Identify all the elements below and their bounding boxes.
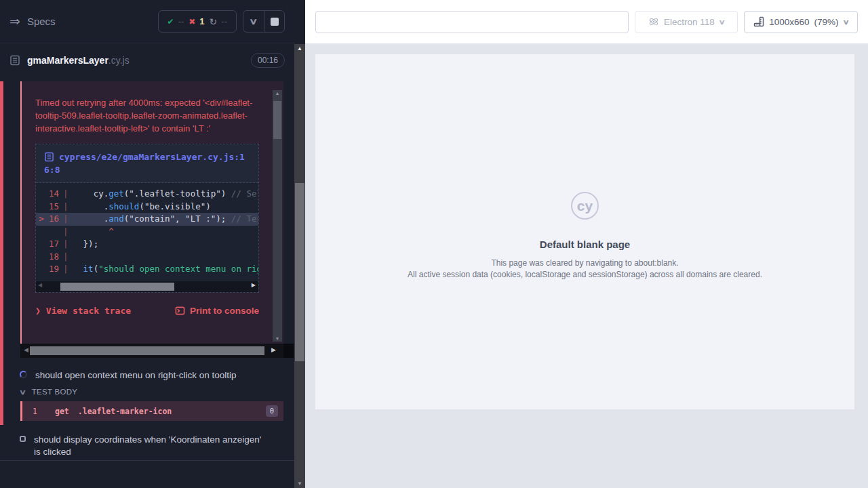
collapse-all-button[interactable]: ∨ bbox=[243, 11, 264, 32]
chevron-down-icon: ∨ bbox=[249, 16, 258, 26]
ruler-icon bbox=[753, 16, 764, 27]
spec-row[interactable]: gmaMarkersLayer.cy.js 00:16 bbox=[0, 44, 294, 77]
yielded-count-badge: 0 bbox=[266, 405, 278, 417]
code-line: 14| cy.get(".leaflet-tooltip") // Sele bbox=[36, 188, 258, 201]
command-log-row[interactable]: 1 get .leaflet-marker-icon 0 bbox=[20, 401, 283, 421]
code-line: 15| .should("be.visible") bbox=[36, 201, 258, 214]
chevron-down-icon: ∨ bbox=[718, 18, 725, 26]
failed-count: 1 bbox=[199, 16, 204, 26]
scrollbar-thumb[interactable] bbox=[295, 183, 304, 361]
spec-name-ext: .cy.js bbox=[108, 55, 130, 66]
run-controls: ∨ bbox=[243, 10, 285, 33]
blank-page-line2: All active session data (cookies, localS… bbox=[408, 269, 762, 281]
spec-timer-badge: 00:16 bbox=[251, 53, 285, 68]
cypress-logo-text: cy bbox=[577, 198, 593, 214]
header-controls: ✔ -- ✖ 1 ↻ -- ∨ bbox=[158, 10, 285, 33]
scrollbar-corner bbox=[283, 344, 294, 358]
spec-name: gmaMarkersLayer.cy.js bbox=[27, 55, 130, 66]
scroll-right-arrow-icon[interactable]: ▶ bbox=[271, 346, 276, 353]
code-frame-file-link[interactable]: cypress/e2e/gmaMarkersLayer.cy.js:16:8 bbox=[44, 152, 245, 175]
scroll-left-arrow-icon[interactable]: ◀ bbox=[38, 282, 42, 288]
stop-run-button[interactable] bbox=[264, 11, 284, 32]
scrollbar-thumb[interactable] bbox=[30, 346, 264, 355]
chevron-down-icon: ∨ bbox=[19, 388, 26, 396]
code-line: >16| .and("contain", "LT :"); // Test bbox=[36, 213, 258, 226]
cypress-app: ⇒ Specs ✔ -- ✖ 1 ↻ -- bbox=[0, 0, 868, 488]
blank-page-line1: This page was cleared by navigating to a… bbox=[491, 258, 678, 269]
command-number: 1 bbox=[22, 407, 55, 416]
browser-selector-button[interactable]: Electron 118 ∨ bbox=[635, 11, 738, 33]
test-error-panel: Timed out retrying after 4000ms: expecte… bbox=[20, 81, 283, 344]
stat-passed: ✔ -- bbox=[167, 16, 184, 26]
scrollbar-thumb[interactable] bbox=[60, 283, 174, 291]
browser-toolbar: Electron 118 ∨ 1000x660 (79%) bbox=[305, 0, 868, 44]
specs-list-toggle-icon[interactable]: ⇒ bbox=[9, 15, 20, 28]
browser-label: Electron 118 bbox=[664, 17, 715, 27]
error-message: Timed out retrying after 4000ms: expecte… bbox=[35, 96, 255, 135]
code-lines: 14| cy.get(".leaflet-tooltip") // Sele 1… bbox=[36, 183, 258, 281]
scrollbar-thumb[interactable] bbox=[273, 101, 281, 139]
reporter-header: ⇒ Specs ✔ -- ✖ 1 ↻ -- bbox=[0, 0, 294, 43]
test-item-pending[interactable]: should display coordinates when 'Koordin… bbox=[0, 434, 283, 458]
terminal-icon bbox=[175, 306, 185, 316]
view-stack-trace-label: View stack trace bbox=[46, 306, 131, 316]
test-title: should open context menu on right-click … bbox=[35, 369, 236, 382]
stat-failed: ✖ 1 bbox=[189, 16, 204, 26]
scroll-down-arrow-icon[interactable]: ▼ bbox=[273, 336, 282, 341]
code-line: 17| }); bbox=[36, 238, 258, 251]
url-input[interactable] bbox=[315, 11, 629, 33]
divider bbox=[0, 460, 294, 461]
stat-pending: ↻ -- bbox=[210, 16, 227, 27]
electron-icon bbox=[648, 16, 659, 27]
running-spinner-icon bbox=[20, 371, 27, 378]
file-icon bbox=[44, 152, 54, 162]
view-stack-trace-link[interactable]: ❯View stack trace bbox=[35, 306, 131, 316]
viewport-info-button[interactable]: 1000x660 (79%) ∨ bbox=[744, 11, 858, 33]
error-vertical-scrollbar[interactable]: ▲ ▼ bbox=[273, 90, 282, 342]
x-icon: ✖ bbox=[189, 17, 195, 26]
code-frame: cypress/e2e/gmaMarkersLayer.cy.js:16:8 1… bbox=[35, 144, 259, 293]
code-line: | ^ bbox=[36, 226, 258, 239]
code-line: 19| it("should open context menu on righ bbox=[36, 263, 258, 276]
spec-name-bold: gmaMarkersLayer bbox=[27, 55, 108, 66]
print-to-console-button[interactable]: Print to console bbox=[175, 306, 259, 316]
error-actions: ❯View stack trace Print to console bbox=[35, 306, 259, 316]
scroll-up-arrow-icon[interactable]: ▲ bbox=[273, 91, 282, 96]
pending-square-icon bbox=[20, 436, 26, 442]
specs-title: Specs bbox=[27, 16, 56, 27]
check-icon: ✔ bbox=[167, 17, 174, 26]
chevron-down-icon: ∨ bbox=[842, 18, 849, 26]
refresh-icon: ↻ bbox=[210, 16, 218, 27]
scrollbar-track[interactable]: ▲ ▼ bbox=[294, 44, 305, 488]
command-selector: .leaflet-marker-icon bbox=[78, 407, 172, 416]
test-item-running[interactable]: should open context menu on right-click … bbox=[0, 369, 283, 382]
stop-icon bbox=[271, 18, 279, 26]
blank-page-title: Default blank page bbox=[540, 239, 630, 250]
reporter-sidebar: ⇒ Specs ✔ -- ✖ 1 ↻ -- bbox=[0, 0, 294, 488]
test-body-section[interactable]: ∨ TEST BODY bbox=[20, 388, 77, 396]
cypress-logo: cy bbox=[571, 192, 599, 220]
scroll-right-arrow-icon[interactable]: ▶ bbox=[252, 282, 256, 288]
viewport-size: 1000x660 bbox=[769, 17, 809, 27]
scroll-down-arrow-icon[interactable]: ▼ bbox=[294, 481, 305, 487]
test-stats: ✔ -- ✖ 1 ↻ -- bbox=[158, 10, 237, 33]
viewport-zoom: (79%) bbox=[814, 17, 838, 27]
chevron-right-icon: ❯ bbox=[35, 306, 41, 316]
scroll-left-arrow-icon[interactable]: ◀ bbox=[24, 346, 28, 353]
spec-file-icon bbox=[9, 55, 20, 66]
scroll-up-arrow-icon[interactable]: ▲ bbox=[294, 45, 305, 52]
passed-count: -- bbox=[178, 16, 184, 26]
code-frame-header[interactable]: cypress/e2e/gmaMarkersLayer.cy.js:16:8 bbox=[36, 144, 258, 183]
code-horizontal-scrollbar[interactable]: ◀ ▶ bbox=[36, 281, 258, 292]
command-name: get bbox=[55, 407, 69, 416]
error-horizontal-scrollbar[interactable]: ◀ ▶ bbox=[20, 344, 294, 358]
print-to-console-label: Print to console bbox=[190, 306, 259, 316]
aut-container: Electron 118 ∨ 1000x660 (79%) bbox=[305, 0, 868, 488]
aut-iframe-blank-page: cy Default blank page This page was clea… bbox=[315, 54, 854, 409]
pending-count: -- bbox=[221, 16, 227, 26]
test-title: should display coordinates when 'Koordin… bbox=[34, 434, 269, 458]
sidebar-scrollbar: ▲ ▼ bbox=[294, 0, 305, 488]
code-line: 18| bbox=[36, 251, 258, 264]
test-body-label: TEST BODY bbox=[32, 388, 78, 396]
